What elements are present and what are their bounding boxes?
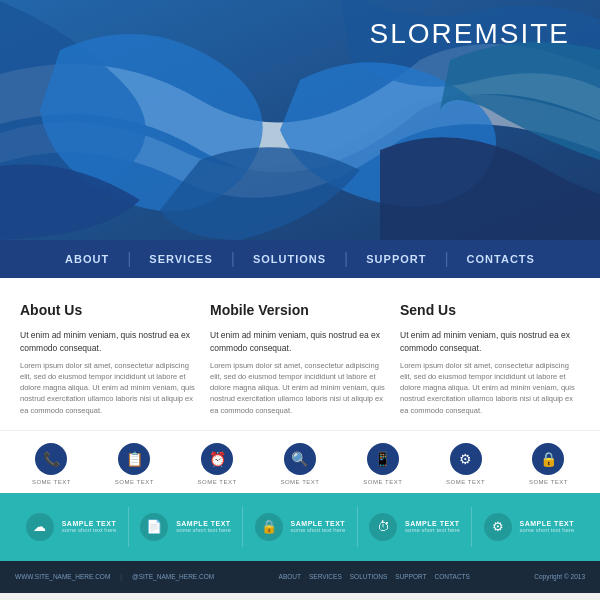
col-send-subtitle: Ut enim ad minim veniam, quis nostrud ea… <box>400 329 580 355</box>
site-title: SLOREMSITE <box>370 18 570 50</box>
search-icon: 🔍 <box>284 443 316 475</box>
footer-sep: | <box>120 573 122 580</box>
teal-title-2: SAMPLE TEXT <box>291 520 346 527</box>
teal-title-1: SAMPLE TEXT <box>176 520 231 527</box>
teal-sub-4: some short text here <box>520 527 575 533</box>
icon-label-3: SOME TEXT <box>280 479 319 485</box>
teal-section: ☁ SAMPLE TEXT some short text here 📄 SAM… <box>0 493 600 561</box>
icon-label-2: SOME TEXT <box>198 479 237 485</box>
teal-text-3: SAMPLE TEXT some short text here <box>405 520 460 533</box>
teal-text-4: SAMPLE TEXT some short text here <box>520 520 575 533</box>
teal-text-2: SAMPLE TEXT some short text here <box>291 520 346 533</box>
clock-icon: ⏰ <box>201 443 233 475</box>
col-about: About Us Ut enim ad minim veniam, quis n… <box>20 300 200 416</box>
teal-title-3: SAMPLE TEXT <box>405 520 460 527</box>
columns: About Us Ut enim ad minim veniam, quis n… <box>20 300 580 416</box>
teal-div-3 <box>357 507 358 547</box>
col-mobile-title: Mobile Version <box>210 300 390 321</box>
icon-item-6[interactable]: 🔒 SOME TEXT <box>529 443 568 485</box>
nav-item-services[interactable]: SERVICES <box>131 253 230 265</box>
teal-item-4[interactable]: ⚙ SAMPLE TEXT some short text here <box>484 513 575 541</box>
lock-icon: 🔒 <box>532 443 564 475</box>
teal-div-1 <box>128 507 129 547</box>
col-mobile-subtitle: Ut enim ad minim veniam, quis nostrud ea… <box>210 329 390 355</box>
footer-nav-contacts[interactable]: CONTACTS <box>435 573 470 580</box>
mobile-icon: 📱 <box>367 443 399 475</box>
teal-item-3[interactable]: ⏱ SAMPLE TEXT some short text here <box>369 513 460 541</box>
col-about-body: Lorem ipsum dolor sit amet, consectetur … <box>20 360 200 416</box>
nav-bar: ABOUT | SERVICES | SOLUTIONS | SUPPORT |… <box>0 240 600 278</box>
col-send: Send Us Ut enim ad minim veniam, quis no… <box>400 300 580 416</box>
clipboard-icon: 📋 <box>118 443 150 475</box>
icon-label-1: SOME TEXT <box>115 479 154 485</box>
col-mobile: Mobile Version Ut enim ad minim veniam, … <box>210 300 390 416</box>
teal-title-0: SAMPLE TEXT <box>62 520 117 527</box>
col-about-title: About Us <box>20 300 200 321</box>
hero-section: SLOREMSITE <box>0 0 600 240</box>
document-icon: 📄 <box>140 513 168 541</box>
teal-item-2[interactable]: 🔒 SAMPLE TEXT some short text here <box>255 513 346 541</box>
teal-item-1[interactable]: 📄 SAMPLE TEXT some short text here <box>140 513 231 541</box>
footer-nav: ABOUT SERVICES SOLUTIONS SUPPORT CONTACT… <box>279 573 470 580</box>
teal-div-4 <box>471 507 472 547</box>
icon-item-0[interactable]: 📞 SOME TEXT <box>32 443 71 485</box>
teal-title-4: SAMPLE TEXT <box>520 520 575 527</box>
nav-item-contacts[interactable]: CONTACTS <box>449 253 553 265</box>
col-about-subtitle: Ut enim ad minim veniam, quis nostrud ea… <box>20 329 200 355</box>
teal-sub-3: some short text here <box>405 527 460 533</box>
nav-items: ABOUT | SERVICES | SOLUTIONS | SUPPORT |… <box>47 250 553 268</box>
phone-icon: 📞 <box>35 443 67 475</box>
teal-div-2 <box>242 507 243 547</box>
footer-nav-about[interactable]: ABOUT <box>279 573 301 580</box>
settings-icon: ⚙ <box>450 443 482 475</box>
lock2-icon: 🔒 <box>255 513 283 541</box>
footer-nav-solutions[interactable]: SOLUTIONS <box>350 573 388 580</box>
teal-sub-0: some short text here <box>62 527 117 533</box>
footer-website: WWW.SITE_NAME_HERE.COM <box>15 573 110 580</box>
col-send-body: Lorem ipsum dolor sit amet, consectetur … <box>400 360 580 416</box>
footer-nav-support[interactable]: SUPPORT <box>395 573 426 580</box>
teal-sub-2: some short text here <box>291 527 346 533</box>
footer-email: @SITE_NAME_HERE.COM <box>132 573 214 580</box>
icon-item-5[interactable]: ⚙ SOME TEXT <box>446 443 485 485</box>
teal-item-0[interactable]: ☁ SAMPLE TEXT some short text here <box>26 513 117 541</box>
footer-nav-services[interactable]: SERVICES <box>309 573 342 580</box>
icon-label-0: SOME TEXT <box>32 479 71 485</box>
nav-item-solutions[interactable]: SOLUTIONS <box>235 253 344 265</box>
footer-left: WWW.SITE_NAME_HERE.COM | @SITE_NAME_HERE… <box>15 573 214 580</box>
col-mobile-body: Lorem ipsum dolor sit amet, consectetur … <box>210 360 390 416</box>
cloud-icon: ☁ <box>26 513 54 541</box>
main-content: About Us Ut enim ad minim veniam, quis n… <box>0 278 600 430</box>
col-send-title: Send Us <box>400 300 580 321</box>
icon-item-1[interactable]: 📋 SOME TEXT <box>115 443 154 485</box>
teal-text-0: SAMPLE TEXT some short text here <box>62 520 117 533</box>
gear-icon: ⚙ <box>484 513 512 541</box>
icon-item-3[interactable]: 🔍 SOME TEXT <box>280 443 319 485</box>
icon-label-6: SOME TEXT <box>529 479 568 485</box>
icon-item-2[interactable]: ⏰ SOME TEXT <box>198 443 237 485</box>
teal-text-1: SAMPLE TEXT some short text here <box>176 520 231 533</box>
icon-label-4: SOME TEXT <box>363 479 402 485</box>
icon-label-5: SOME TEXT <box>446 479 485 485</box>
teal-sub-1: some short text here <box>176 527 231 533</box>
icon-item-4[interactable]: 📱 SOME TEXT <box>363 443 402 485</box>
footer: WWW.SITE_NAME_HERE.COM | @SITE_NAME_HERE… <box>0 561 600 593</box>
nav-item-support[interactable]: SUPPORT <box>348 253 444 265</box>
icons-row: 📞 SOME TEXT 📋 SOME TEXT ⏰ SOME TEXT 🔍 SO… <box>0 430 600 493</box>
nav-item-about[interactable]: ABOUT <box>47 253 127 265</box>
timer-icon: ⏱ <box>369 513 397 541</box>
footer-copyright: Copyright © 2013 <box>534 573 585 580</box>
